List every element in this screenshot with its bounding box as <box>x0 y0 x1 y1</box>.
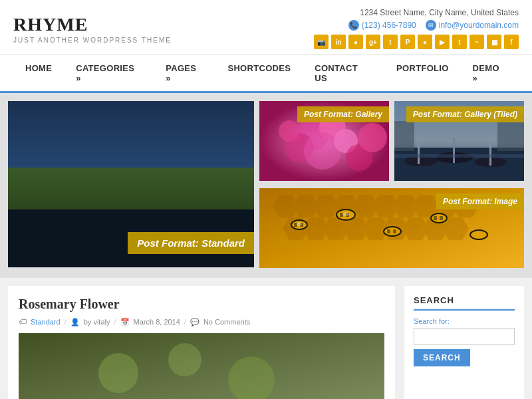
svg-rect-80 <box>393 229 396 233</box>
email-contact: ✉ info@yourdomain.com <box>426 20 519 31</box>
social-rss[interactable]: ~ <box>469 35 484 49</box>
nav-item-portfolio: PORTFOLIO <box>384 55 461 91</box>
featured-grid-item-gallery[interactable]: Post Format: Gallery <box>259 101 389 183</box>
phone-icon: 📞 <box>348 20 359 31</box>
main-content: Rosemary Flower 🏷 Standard / 👤 by vitaly… <box>8 286 395 399</box>
post-author: by vitaly <box>84 318 110 326</box>
nav-item-categories: CATEGORIES » <box>64 55 154 91</box>
thumbnail-svg <box>19 333 384 399</box>
svg-point-34 <box>358 123 387 152</box>
svg-rect-8 <box>126 188 137 221</box>
venice-label-text: Post Format: Gallery (Tiled) <box>406 106 524 122</box>
svg-rect-16 <box>102 186 104 188</box>
svg-rect-41 <box>453 138 455 163</box>
search-button[interactable]: SEARCH <box>414 349 470 366</box>
svg-rect-3 <box>48 181 61 221</box>
featured-section: Post Format: Standard <box>0 93 532 278</box>
bees-label: Post Format: Image <box>259 194 524 209</box>
search-input[interactable] <box>414 328 515 345</box>
nav-link-home[interactable]: HOME <box>13 55 64 81</box>
sidebar: SEARCH Search for: SEARCH <box>404 286 524 399</box>
featured-grid-item-gallery-tiled[interactable]: Post Format: Gallery (Tiled) <box>394 101 524 183</box>
phone-link[interactable]: (123) 456-7890 <box>362 21 416 30</box>
svg-rect-20 <box>147 189 150 191</box>
svg-rect-10 <box>156 184 166 221</box>
svg-rect-83 <box>434 216 437 220</box>
content-area: Rosemary Flower 🏷 Standard / 👤 by vitaly… <box>0 278 532 399</box>
post-comments: No Comments <box>203 318 250 326</box>
svg-point-71 <box>297 222 302 226</box>
featured-main-label-text: Post Format: Standard <box>128 232 254 254</box>
nav-item-demo: DEMO » <box>461 55 519 91</box>
svg-rect-15 <box>97 182 100 184</box>
nav-list: HOME CATEGORIES » PAGES » SHORTCODES CON… <box>13 55 519 91</box>
site-logo: RHYME JUST ANOTHER WORDPRESS THEME <box>13 14 172 44</box>
tag-icon: 🏷 <box>19 317 27 327</box>
social-linkedin[interactable]: in <box>331 35 346 49</box>
calendar-icon: 📅 <box>120 318 130 327</box>
featured-grid-item-image[interactable]: Post Format: Image <box>259 188 524 270</box>
search-section-title: SEARCH <box>414 295 515 311</box>
svg-rect-4 <box>65 174 76 221</box>
svg-rect-42 <box>489 142 491 166</box>
contact-line: 📞 (123) 456-7890 ✉ info@yourdomain.com <box>314 20 519 31</box>
social-facebook[interactable]: f <box>504 35 519 49</box>
svg-rect-17 <box>114 186 117 188</box>
featured-main-label: Post Format: Standard <box>8 232 254 254</box>
post-category-link[interactable]: Standard <box>31 318 61 326</box>
site-header: RHYME JUST ANOTHER WORDPRESS THEME 1234 … <box>0 0 532 55</box>
nav-link-shortcodes[interactable]: SHORTCODES <box>215 55 303 81</box>
svg-rect-14 <box>72 184 75 186</box>
svg-rect-18 <box>119 182 122 184</box>
social-instagram[interactable]: 📷 <box>314 35 329 49</box>
svg-rect-13 <box>68 180 70 182</box>
email-link[interactable]: info@yourdomain.com <box>439 21 519 30</box>
main-nav: HOME CATEGORIES » PAGES » SHORTCODES CON… <box>0 55 532 93</box>
svg-rect-74 <box>340 213 343 217</box>
header-right: 1234 Street Name, City Name, United Stat… <box>314 8 519 49</box>
svg-point-89 <box>168 343 201 376</box>
social-circle[interactable]: ● <box>348 35 363 49</box>
svg-rect-40 <box>418 141 420 164</box>
social-icons-bar: 📷 in ● g+ t P ● ▶ t ~ ▦ f <box>314 35 519 49</box>
nav-link-portfolio[interactable]: PORTFOLIO <box>384 55 461 81</box>
social-tumblr[interactable]: t <box>383 35 398 49</box>
svg-rect-84 <box>440 216 443 220</box>
social-circle2[interactable]: ● <box>418 35 432 49</box>
svg-rect-12 <box>56 189 59 191</box>
svg-rect-43 <box>394 121 414 151</box>
nav-link-categories[interactable]: CATEGORIES » <box>64 55 154 91</box>
bees-label-text: Post Format: Image <box>436 194 524 209</box>
post-title: Rosemary Flower <box>19 297 384 312</box>
social-googleplus[interactable]: g+ <box>366 35 380 49</box>
social-twitter[interactable]: t <box>452 35 467 49</box>
post-thumbnail <box>19 333 384 399</box>
svg-rect-5 <box>80 184 90 221</box>
social-flickr[interactable]: ▦ <box>487 35 501 49</box>
nav-item-contact: CONTACT US <box>303 55 384 91</box>
author-icon: 👤 <box>70 318 80 327</box>
nav-item-pages: PAGES » <box>154 55 215 91</box>
svg-rect-44 <box>497 118 524 151</box>
social-youtube[interactable]: ▶ <box>435 35 450 49</box>
phone-contact: 📞 (123) 456-7890 <box>348 20 416 31</box>
nav-link-demo[interactable]: DEMO » <box>461 55 519 91</box>
comment-icon: 💬 <box>190 318 200 327</box>
gallery-label: Post Format: Gallery <box>259 106 389 122</box>
featured-main-post[interactable]: Post Format: Standard <box>8 101 254 267</box>
site-address: 1234 Street Name, City Name, United Stat… <box>314 8 519 17</box>
gallery-label-text: Post Format: Gallery <box>297 106 389 122</box>
logo-title: RHYME <box>13 14 172 35</box>
svg-rect-87 <box>19 333 384 399</box>
nav-item-shortcodes: SHORTCODES <box>215 55 303 91</box>
svg-rect-19 <box>142 185 145 187</box>
nav-link-pages[interactable]: PAGES » <box>154 55 215 91</box>
nav-link-contact[interactable]: CONTACT US <box>303 55 384 91</box>
svg-point-32 <box>279 120 300 142</box>
social-pinterest[interactable]: P <box>400 35 415 49</box>
post-meta: 🏷 Standard / 👤 by vitaly / 📅 March 8, 20… <box>19 317 384 327</box>
svg-point-88 <box>98 353 138 393</box>
svg-rect-46 <box>394 154 524 158</box>
venice-label: Post Format: Gallery (Tiled) <box>394 106 524 122</box>
featured-grid: Post Format: Gallery <box>259 101 524 270</box>
